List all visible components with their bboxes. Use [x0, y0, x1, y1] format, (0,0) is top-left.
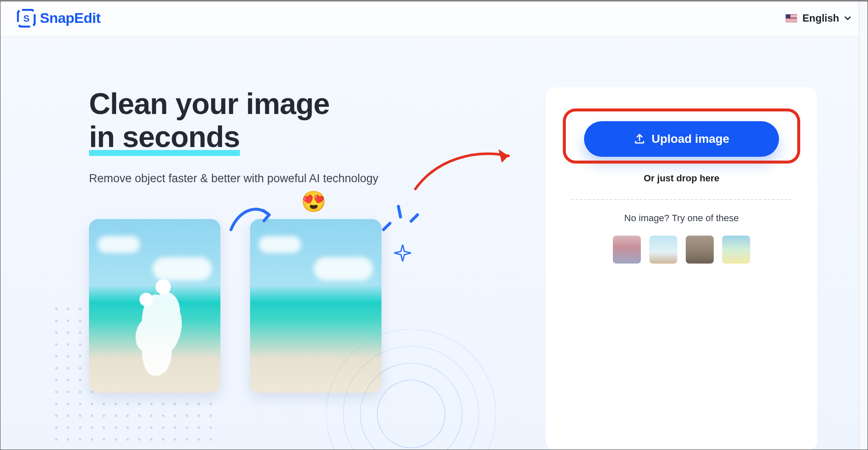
- svg-point-4: [377, 380, 445, 448]
- svg-point-5: [360, 363, 462, 450]
- preview-before: [89, 219, 220, 393]
- drop-here-label: Or just drop here: [571, 173, 792, 184]
- hero-column: Clean your image in seconds Remove objec…: [89, 87, 525, 450]
- svg-point-2: [156, 279, 171, 294]
- chevron-down-icon: [844, 15, 851, 22]
- heart-eyes-emoji-icon: 😍: [301, 189, 326, 214]
- sample-image-4[interactable]: [722, 236, 750, 264]
- language-selector[interactable]: English: [785, 12, 851, 24]
- try-sample-label: No image? Try one of these: [571, 213, 792, 224]
- burst-lines-icon: [381, 194, 420, 232]
- svg-point-3: [139, 293, 153, 306]
- upload-card: Upload image Or just drop here No image?…: [546, 87, 817, 450]
- svg-point-7: [326, 329, 496, 450]
- upload-image-button[interactable]: Upload image: [584, 121, 779, 157]
- divider: [571, 199, 792, 200]
- brand-icon: S: [17, 9, 36, 28]
- sparkle-icon: [394, 244, 411, 261]
- language-label: English: [802, 12, 839, 24]
- upload-icon: [634, 133, 645, 145]
- sample-image-3[interactable]: [686, 236, 714, 264]
- hero-subtitle: Remove object faster & better with powef…: [89, 172, 525, 185]
- rings-decoration-icon: [326, 329, 496, 450]
- hero-title-line1: Clean your image: [89, 87, 330, 120]
- svg-text:S: S: [23, 13, 29, 24]
- svg-point-6: [343, 346, 479, 450]
- before-after-preview: 😍: [89, 219, 525, 393]
- couple-silhouette-icon: [117, 261, 193, 380]
- transition-arrow-icon: [227, 202, 278, 236]
- sample-image-2[interactable]: [649, 236, 677, 264]
- scrollbar[interactable]: [859, 0, 868, 450]
- upload-button-label: Upload image: [651, 132, 729, 146]
- main: Clean your image in seconds Remove objec…: [0, 36, 868, 450]
- header: S SnapEdit English: [0, 0, 868, 36]
- hero-title: Clean your image in seconds: [89, 87, 525, 156]
- hero-title-line2: in seconds: [89, 125, 240, 156]
- brand-logo[interactable]: S SnapEdit: [17, 9, 100, 28]
- us-flag-icon: [785, 14, 797, 22]
- sample-image-1[interactable]: [613, 236, 641, 264]
- brand-name: SnapEdit: [40, 10, 100, 26]
- sample-row: [571, 236, 792, 264]
